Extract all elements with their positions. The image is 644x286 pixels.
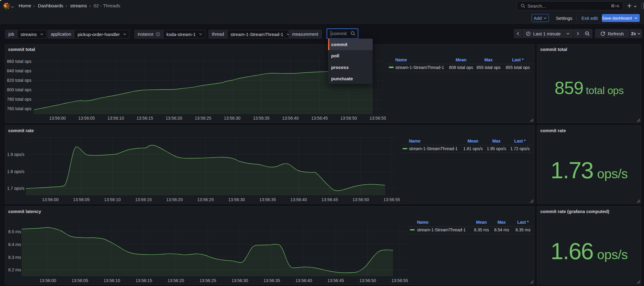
svg-text:13:56:05: 13:56:05 [78, 116, 95, 121]
svg-text:13:56:45: 13:56:45 [327, 278, 344, 283]
svg-text:13:56:20: 13:56:20 [166, 197, 183, 202]
svg-text:13:56:15: 13:56:15 [135, 197, 152, 202]
svg-text:1.9 ops/s: 1.9 ops/s [7, 152, 24, 157]
svg-text:1.8 ops/s: 1.8 ops/s [7, 169, 24, 174]
svg-text:800 total ops: 800 total ops [7, 87, 31, 92]
svg-text:13:56:20: 13:56:20 [166, 116, 182, 121]
svg-text:13:56:10: 13:56:10 [107, 116, 124, 121]
svg-text:13:56:45: 13:56:45 [321, 197, 338, 202]
svg-text:13:56:40: 13:56:40 [290, 197, 307, 202]
svg-text:8.2 ms: 8.2 ms [8, 267, 21, 272]
svg-text:13:56:40: 13:56:40 [282, 116, 299, 121]
svg-text:13:56:50: 13:56:50 [352, 197, 369, 202]
svg-text:13:56:15: 13:56:15 [137, 116, 153, 121]
svg-text:13:56:55: 13:56:55 [392, 278, 408, 283]
svg-text:13:56:55: 13:56:55 [384, 197, 400, 202]
svg-text:13:56:00: 13:56:00 [40, 278, 56, 283]
svg-text:13:56:00: 13:56:00 [42, 197, 59, 202]
svg-text:13:56:05: 13:56:05 [73, 197, 90, 202]
svg-text:13:56:30: 13:56:30 [231, 278, 248, 283]
svg-text:13:56:15: 13:56:15 [135, 278, 152, 283]
svg-text:13:56:25: 13:56:25 [199, 278, 216, 283]
svg-text:13:56:55: 13:56:55 [370, 116, 386, 121]
svg-text:8.5 ms: 8.5 ms [8, 229, 21, 234]
svg-text:13:56:35: 13:56:35 [263, 278, 280, 283]
svg-text:13:56:45: 13:56:45 [311, 116, 328, 121]
svg-text:860 total ops: 860 total ops [7, 59, 31, 64]
svg-text:760 total ops: 760 total ops [7, 106, 31, 111]
svg-text:13:56:40: 13:56:40 [295, 278, 312, 283]
svg-text:13:56:10: 13:56:10 [104, 197, 121, 202]
svg-text:840 total ops: 840 total ops [7, 68, 31, 73]
svg-text:13:56:35: 13:56:35 [253, 116, 270, 121]
svg-text:13:56:25: 13:56:25 [195, 116, 212, 121]
svg-text:780 total ops: 780 total ops [7, 97, 31, 102]
svg-text:13:56:50: 13:56:50 [340, 116, 357, 121]
svg-text:13:56:50: 13:56:50 [360, 278, 376, 283]
svg-text:13:56:25: 13:56:25 [197, 197, 214, 202]
svg-text:8.4 ms: 8.4 ms [8, 242, 21, 247]
svg-text:8.3 ms: 8.3 ms [8, 255, 21, 259]
svg-text:820 total ops: 820 total ops [7, 78, 31, 83]
svg-text:13:56:35: 13:56:35 [259, 197, 276, 202]
svg-text:13:56:30: 13:56:30 [224, 116, 241, 121]
svg-text:13:56:10: 13:56:10 [104, 278, 120, 283]
svg-text:13:56:30: 13:56:30 [228, 197, 245, 202]
svg-text:1.7 ops/s: 1.7 ops/s [7, 186, 24, 191]
svg-text:13:56:20: 13:56:20 [167, 278, 184, 283]
svg-text:13:56:00: 13:56:00 [49, 116, 66, 121]
svg-text:13:56:05: 13:56:05 [72, 278, 88, 283]
